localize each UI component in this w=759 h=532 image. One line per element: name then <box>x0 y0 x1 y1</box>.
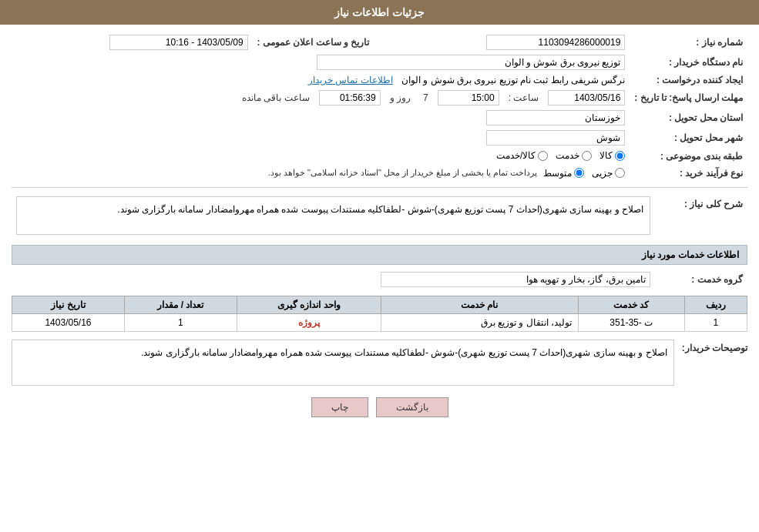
description-table: شرح کلی نیاز : اصلاح و بهینه سازی شهری(ا… <box>12 194 747 237</box>
response-deadline-label: مهلت ارسال پاسخ: تا تاریخ : <box>630 88 747 108</box>
content-area: شماره نیاز : تاریخ و ساعت اعلان عمومی : … <box>0 25 759 433</box>
response-deadline-value: ساعت : 7 روز و ساعت باقی مانده <box>12 88 630 108</box>
purchase-type-options: جزیی متوسط پرداخت تمام یا بخشی از مبلغ خ… <box>12 166 630 181</box>
back-button[interactable]: بازگشت <box>376 397 448 417</box>
response-remaining-label: ساعت باقی مانده <box>242 92 310 103</box>
buyer-org-row: نام دستگاه خریدار : <box>12 52 747 72</box>
category-radio-kala-input[interactable] <box>615 151 625 161</box>
cell-date: 1403/05/16 <box>12 313 125 331</box>
category-kala-khedmat-label: کالا/خدمت <box>496 150 536 161</box>
category-radio-kala[interactable]: کالا <box>599 150 625 161</box>
purchase-radio-motavasset[interactable]: متوسط <box>543 168 584 179</box>
purchase-type-row: نوع فرآیند خرید : جزیی متوسط <box>12 166 747 181</box>
need-number-value <box>389 32 630 52</box>
cell-service-name: تولید، انتقال و توزیع برق <box>381 313 578 331</box>
deadline-row-flex: ساعت : 7 روز و ساعت باقی مانده <box>16 90 625 105</box>
col-row-num: ردیف <box>684 296 747 313</box>
purchase-motavasset-label: متوسط <box>543 168 572 179</box>
services-header-row: ردیف کد خدمت نام خدمت واحد اندازه گیری ت… <box>12 296 747 313</box>
category-row: طبقه بندی موضوعی : کالا خدمت <box>12 148 747 166</box>
response-days-label: روز و <box>390 92 411 103</box>
city-row: شهر محل تحویل : <box>12 128 747 148</box>
category-radio-kala-khedmat-input[interactable] <box>538 151 548 161</box>
response-remaining-input[interactable] <box>319 90 381 105</box>
description-box: اصلاح و بهینه سازی شهری(احداث 7 پست توزی… <box>16 196 650 235</box>
table-row: 1 ت -35-351 تولید، انتقال و توزیع برق پر… <box>12 313 747 331</box>
category-khedmat-label: خدمت <box>556 150 579 161</box>
col-service-code: کد خدمت <box>578 296 684 313</box>
buyer-notes-box: اصلاح و بهینه سازی شهری(احداث 7 پست توزی… <box>12 340 674 386</box>
announce-datetime-input[interactable] <box>109 35 248 50</box>
service-group-input[interactable] <box>381 272 650 287</box>
category-radio-khedmat-input[interactable] <box>582 151 592 161</box>
province-input[interactable] <box>486 110 625 125</box>
category-radio-khedmat[interactable]: خدمت <box>556 150 592 161</box>
page-title: جزئیات اطلاعات نیاز <box>334 6 425 18</box>
city-label: شهر محل تحویل : <box>630 128 747 148</box>
page-wrapper: جزئیات اطلاعات نیاز شماره نیاز : تاریخ و… <box>0 0 759 532</box>
description-value: اصلاح و بهینه سازی شهری(احداث 7 پست توزی… <box>12 194 655 237</box>
need-number-input[interactable] <box>486 35 625 50</box>
need-number-label: شماره نیاز : <box>630 32 747 52</box>
cell-row-num: 1 <box>684 313 747 331</box>
divider-1 <box>12 187 747 188</box>
button-row: بازگشت چاپ <box>12 397 747 417</box>
buyer-notes-label: توصیحات خریدار: <box>682 340 747 353</box>
category-kala-label: کالا <box>599 150 613 161</box>
buyer-org-label: نام دستگاه خریدار : <box>630 52 747 72</box>
print-button[interactable]: چاپ <box>311 397 368 417</box>
buyer-org-value <box>12 52 630 72</box>
response-time-label: ساعت : <box>509 92 539 103</box>
cell-unit: پروژه <box>237 313 381 331</box>
creator-value: نرگس شریفی رابط ثبت نام توزیع نیروی برق … <box>12 72 630 88</box>
col-service-name: نام خدمت <box>381 296 578 313</box>
creator-row: ایجاد کننده درخواست : نرگس شریفی رابط ثب… <box>12 72 747 88</box>
purchase-note: پرداخت تمام یا بخشی از مبلغ خریدار از مح… <box>268 168 538 178</box>
creator-label: ایجاد کننده درخواست : <box>630 72 747 88</box>
cell-quantity: 1 <box>124 313 237 331</box>
description-label: شرح کلی نیاز : <box>655 194 747 237</box>
category-options: کالا خدمت کالا/خدمت <box>12 148 630 166</box>
response-deadline-row: مهلت ارسال پاسخ: تا تاریخ : ساعت : 7 روز… <box>12 88 747 108</box>
description-row: شرح کلی نیاز : اصلاح و بهینه سازی شهری(ا… <box>12 194 747 237</box>
services-table-header: ردیف کد خدمت نام خدمت واحد اندازه گیری ت… <box>12 296 747 313</box>
response-date-input[interactable] <box>548 90 625 105</box>
service-group-row: گروه خدمت : <box>12 269 747 289</box>
service-group-table: گروه خدمت : <box>12 269 747 289</box>
service-group-label: گروه خدمت : <box>655 269 747 289</box>
response-days-value: 7 <box>423 92 428 103</box>
purchase-radio-motavasset-input[interactable] <box>574 168 584 178</box>
service-group-value <box>12 269 655 289</box>
purchase-radio-jozi[interactable]: جزیی <box>592 168 625 179</box>
col-quantity: تعداد / مقدار <box>124 296 237 313</box>
purchase-type-flex: جزیی متوسط پرداخت تمام یا بخشی از مبلغ خ… <box>16 168 625 179</box>
category-label: طبقه بندی موضوعی : <box>630 148 747 166</box>
province-label: استان محل تحویل : <box>630 108 747 128</box>
main-info-table: شماره نیاز : تاریخ و ساعت اعلان عمومی : … <box>12 32 747 181</box>
services-section-title: اطلاعات خدمات مورد نیاز <box>12 245 747 265</box>
services-table-body: 1 ت -35-351 تولید، انتقال و توزیع برق پر… <box>12 313 747 331</box>
announce-datetime-label: تاریخ و ساعت اعلان عمومی : <box>253 32 374 52</box>
cell-service-code: ت -35-351 <box>578 313 684 331</box>
creator-name: نرگس شریفی رابط ثبت نام توزیع نیروی برق … <box>401 75 625 85</box>
buyer-org-input[interactable] <box>317 55 625 70</box>
need-number-row: شماره نیاز : تاریخ و ساعت اعلان عمومی : <box>12 32 747 52</box>
response-time-input[interactable] <box>438 90 499 105</box>
city-value <box>12 128 630 148</box>
col-unit: واحد اندازه گیری <box>237 296 381 313</box>
purchase-jozi-label: جزیی <box>592 168 613 179</box>
purchase-radio-group: جزیی متوسط <box>543 168 625 179</box>
page-header: جزئیات اطلاعات نیاز <box>0 0 759 25</box>
category-radio-kala-khedmat[interactable]: کالا/خدمت <box>496 150 548 161</box>
buyer-notes-section: توصیحات خریدار: اصلاح و بهینه سازی شهری(… <box>12 340 747 386</box>
purchase-type-label: نوع فرآیند خرید : <box>630 166 747 181</box>
purchase-radio-jozi-input[interactable] <box>615 168 625 178</box>
creator-contact-link[interactable]: اطلاعات تماس خریدار <box>308 75 393 85</box>
province-row: استان محل تحویل : <box>12 108 747 128</box>
category-radio-group: کالا خدمت کالا/خدمت <box>496 150 625 161</box>
province-value <box>12 108 630 128</box>
city-input[interactable] <box>486 130 625 146</box>
announce-datetime-value <box>12 32 253 52</box>
col-date: تاریخ نیاز <box>12 296 125 313</box>
services-table: ردیف کد خدمت نام خدمت واحد اندازه گیری ت… <box>12 296 747 332</box>
